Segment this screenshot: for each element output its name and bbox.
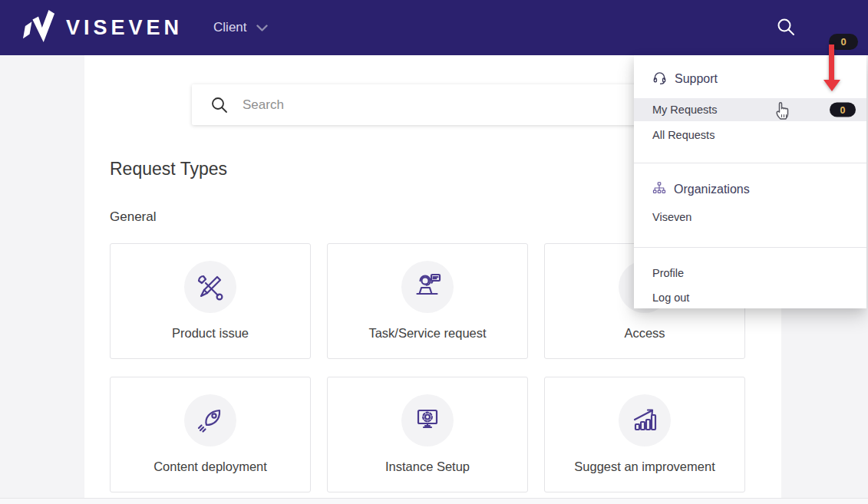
search-input[interactable] [241, 97, 674, 114]
tools-icon [193, 270, 227, 304]
growth-chart-icon [628, 404, 662, 437]
chevron-down-icon [256, 20, 268, 35]
page-title: Request Types [110, 159, 227, 180]
sitemap-icon [652, 182, 666, 197]
menu-item-all-requests[interactable]: All Requests [634, 124, 866, 146]
search-icon [210, 96, 229, 114]
organizations-header-label: Organizations [674, 183, 750, 196]
bottom-edge-strip [0, 498, 868, 504]
card-icon-circle [184, 394, 236, 446]
headset-icon [652, 71, 667, 88]
search-bar [192, 84, 674, 125]
menu-item-my-requests[interactable]: My Requests 0 [634, 98, 866, 121]
menu-item-profile[interactable]: Profile [634, 262, 866, 284]
section-title-general: General [110, 209, 156, 225]
search-icon[interactable] [775, 16, 797, 38]
card-label: Access [624, 326, 665, 341]
menu-divider [634, 247, 866, 248]
menu-item-label: Profile [652, 267, 684, 279]
card-label: Task/Service request [368, 326, 486, 341]
arrow-head [823, 80, 840, 91]
top-navbar: VISEVEN Client [0, 0, 868, 55]
support-header-label: Support [675, 72, 718, 86]
client-dropdown-label: Client [213, 20, 246, 35]
brand-name: VISEVEN [66, 18, 183, 38]
arrow-shaft [829, 44, 834, 81]
support-section-header: Support [652, 68, 718, 91]
request-type-card-product-issue[interactable]: Product issue [110, 243, 311, 359]
card-icon-circle [619, 394, 671, 446]
card-label: Instance Setup [385, 460, 470, 474]
brand-logo[interactable]: VISEVEN [23, 8, 183, 47]
menu-item-label: Log out [652, 292, 689, 304]
card-label: Suggest an improvement [574, 460, 715, 474]
my-requests-count-badge: 0 [830, 103, 856, 117]
menu-item-viseven-org[interactable]: Viseven [634, 206, 866, 228]
menu-item-label: Viseven [652, 211, 691, 223]
menu-item-label: All Requests [652, 129, 715, 141]
request-type-card-content-deployment[interactable]: Content deployment [110, 377, 311, 492]
red-annotation-arrow [823, 44, 840, 94]
client-dropdown[interactable]: Client [213, 20, 267, 35]
hand-pointer-cursor-icon [774, 97, 794, 124]
card-icon-circle [401, 261, 454, 313]
menu-item-label: My Requests [652, 104, 718, 116]
monitor-gear-icon [411, 404, 444, 437]
menu-divider [634, 163, 866, 163]
request-type-card-suggest-improvement[interactable]: Suggest an improvement [544, 377, 745, 492]
organizations-section-header: Organizations [652, 178, 750, 201]
support-agent-icon [411, 270, 444, 304]
request-type-card-task-service[interactable]: Task/Service request [327, 243, 528, 359]
rocket-icon [193, 404, 227, 437]
card-label: Product issue [172, 326, 249, 341]
viseven-logo-icon [23, 8, 55, 47]
menu-item-log-out[interactable]: Log out [634, 287, 866, 308]
card-icon-circle [184, 261, 236, 313]
card-label: Content deployment [153, 460, 267, 474]
request-type-card-instance-setup[interactable]: Instance Setup [327, 377, 528, 492]
card-icon-circle [401, 394, 454, 446]
